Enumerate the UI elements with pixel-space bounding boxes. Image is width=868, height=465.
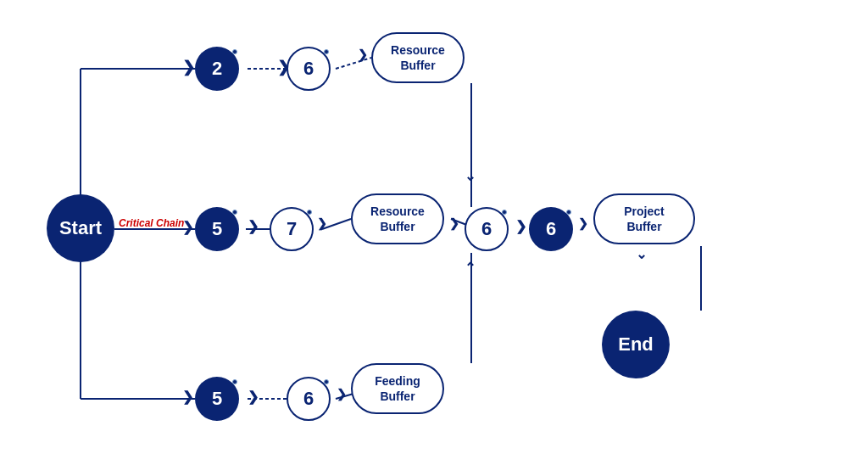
arrow-top-down: ⌄ (465, 168, 476, 184)
arrow-bot-up: ⌃ (465, 260, 476, 276)
arrow-bot-2: ❯ (248, 389, 259, 405)
node-resource-buffer-top: ResourceBuffer (371, 32, 465, 83)
arrow-cc-start: ❯ (182, 219, 193, 235)
arrow-bot-1: ❯ (182, 389, 193, 405)
node-feeding-buffer: FeedingBuffer (351, 363, 444, 414)
critical-chain-label: Critical Chain (119, 217, 184, 229)
start-node: Start (47, 194, 114, 262)
diagram: Start Critical Chain ❯ ❯ 2 ❯ 6 ❯ Resourc… (0, 0, 868, 465)
node-project-buffer: ProjectBuffer (593, 193, 695, 244)
end-node: End (602, 311, 670, 378)
arrow-mid-1: ❯ (248, 218, 259, 234)
node-resource-buffer-mid: ResourceBuffer (351, 193, 444, 244)
arrow-mid-4: ❯ (515, 218, 526, 234)
arrow-pb-down: ⌄ (636, 246, 647, 262)
arrow-mid-3: ❯ (449, 216, 459, 230)
arrow-top-1: ❯ (182, 58, 195, 76)
arrow-mid-2: ❯ (317, 216, 327, 230)
arrow-top-3: ❯ (358, 48, 368, 61)
arrow-mid-5: ❯ (578, 216, 588, 230)
arrow-bot-3: ❯ (337, 387, 347, 401)
